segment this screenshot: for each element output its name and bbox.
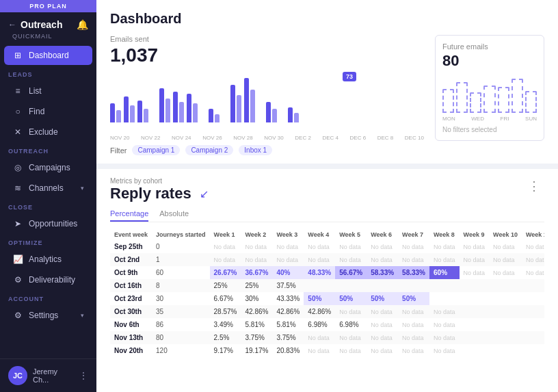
bar [266, 102, 271, 122]
bar [209, 109, 213, 122]
future-bar [498, 87, 509, 113]
sidebar-item-channels[interactable]: ≋ Channels ▾ [4, 179, 92, 198]
cell-week: No data [522, 266, 544, 279]
cell-week: No data [241, 253, 272, 266]
sidebar-item-campaigns[interactable]: ◎ Campaigns [4, 158, 92, 177]
table-row: Nov 6th863.49%5.81%5.81%6.98%6.98%No dat… [110, 318, 544, 331]
table-row: Nov 13th802.5%3.75%3.75%No dataNo dataNo… [110, 331, 544, 344]
cell-journeys: 86 [152, 318, 210, 331]
x-label: DEC 8 [377, 135, 394, 141]
bar [187, 94, 191, 122]
sidebar-item-find[interactable]: ○ Find [4, 102, 92, 121]
bar [116, 110, 121, 122]
cell-week [398, 279, 429, 292]
table-row: Oct 2nd1No dataNo dataNo dataNo dataNo d… [110, 253, 544, 266]
cell-date: Oct 23rd [110, 292, 152, 305]
sidebar-item-deliverability[interactable]: ⚙ Deliverability [4, 270, 92, 289]
cell-week: No data [398, 305, 429, 318]
cell-week: 43.33% [272, 292, 304, 305]
no-filters-text: No filters selected [442, 126, 537, 133]
cell-week: 25% [210, 279, 241, 292]
cell-week: No data [335, 253, 367, 266]
notification-bell-icon[interactable]: 🔔 [77, 19, 88, 30]
cell-week [429, 292, 460, 305]
cell-week: No data [367, 331, 398, 344]
channels-icon: ≋ [12, 183, 23, 193]
cell-week: 26.67% [210, 266, 241, 279]
more-options-icon[interactable]: ⋮ [79, 370, 88, 381]
bar [130, 105, 135, 122]
table-row: Sep 25th0No dataNo dataNo dataNo dataNo … [110, 240, 544, 253]
sidebar-item-label: Settings [29, 311, 58, 320]
cell-week: 37.5% [272, 279, 304, 292]
opportunities-icon: ➤ [12, 219, 23, 228]
bar [124, 96, 129, 122]
cell-week: No data [367, 253, 398, 266]
col-week1: Week 1 [210, 229, 241, 240]
sidebar-item-settings[interactable]: ⚙ Settings ▾ [4, 306, 92, 325]
cell-week: 42.86% [241, 305, 272, 318]
chevron-down-icon: ▾ [81, 185, 84, 192]
cell-date: Nov 13th [110, 331, 152, 344]
page-title: Dashboard [110, 11, 544, 27]
cell-week: No data [272, 240, 304, 253]
cell-week: 40% [272, 266, 304, 279]
sidebar-item-exclude[interactable]: ✕ Exclude [4, 122, 92, 142]
cell-week: 60% [429, 266, 460, 279]
cell-week: No data [398, 318, 429, 331]
deliverability-icon: ⚙ [12, 275, 23, 285]
future-emails-section: Future emails 80 MON WED FRI SUN [435, 35, 544, 141]
filter-tag-campaign2[interactable]: Campaign 2 [185, 145, 233, 155]
cell-week [522, 305, 544, 318]
emails-sent-label: Emails sent [110, 35, 424, 43]
col-week9: Week 9 [460, 229, 490, 240]
bar-group [137, 101, 148, 122]
cell-week: No data [398, 344, 429, 357]
sidebar-item-label: Opportunities [29, 219, 77, 228]
x-label: NOV 24 [172, 135, 191, 141]
x-label: DEC 4 [322, 135, 338, 141]
metrics-title: Reply rates ↙ [110, 185, 209, 202]
list-icon: ≡ [12, 86, 23, 96]
bar-group [173, 92, 184, 122]
sidebar-item-opportunities[interactable]: ➤ Opportunities [4, 214, 92, 233]
bar [137, 101, 142, 122]
tab-percentage[interactable]: Percentage [110, 207, 148, 222]
filter-tag-campaign1[interactable]: Campaign 1 [132, 145, 180, 155]
cell-week: 19.17% [241, 344, 272, 357]
cell-date: Nov 20th [110, 344, 152, 357]
cell-week: No data [241, 240, 272, 253]
cell-week: No data [429, 331, 460, 344]
cell-week: 6.67% [210, 292, 241, 305]
cell-week: No data [304, 240, 335, 253]
bar [237, 95, 241, 122]
cell-week: No data [304, 253, 335, 266]
col-week2: Week 2 [241, 229, 272, 240]
bar [244, 78, 249, 122]
cell-week: 58.33% [398, 266, 429, 279]
cell-week: No data [522, 253, 544, 266]
sidebar-item-list[interactable]: ≡ List [4, 81, 92, 101]
cell-week [522, 279, 544, 292]
cell-date: Nov 6th [110, 318, 152, 331]
tab-absolute[interactable]: Absolute [159, 207, 189, 222]
sidebar-item-dashboard[interactable]: ⊞ Dashboard [4, 46, 92, 65]
bar [215, 114, 220, 122]
x-label: DEC 2 [295, 135, 311, 141]
bar-group [124, 96, 135, 122]
back-icon[interactable]: ← [8, 20, 16, 29]
metrics-tabs: Percentage Absolute [110, 207, 544, 222]
future-bar [483, 86, 495, 113]
cell-week [460, 279, 490, 292]
filter-tag-inbox1[interactable]: Inbox 1 [239, 145, 272, 155]
sidebar-item-analytics[interactable]: 📈 Analytics [4, 250, 92, 269]
cell-week: No data [429, 253, 460, 266]
cell-week [522, 344, 544, 357]
cell-week: No data [272, 253, 304, 266]
more-options-button[interactable]: ⋮ [524, 177, 544, 195]
table-row: Oct 9th6026.67%36.67%40%48.33%56.67%58.3… [110, 266, 544, 279]
sidebar-item-label: Exclude [29, 127, 58, 137]
emails-sent-value: 1,037 [110, 44, 424, 66]
x-label: NOV 28 [233, 135, 252, 141]
cell-week: No data [522, 240, 544, 253]
